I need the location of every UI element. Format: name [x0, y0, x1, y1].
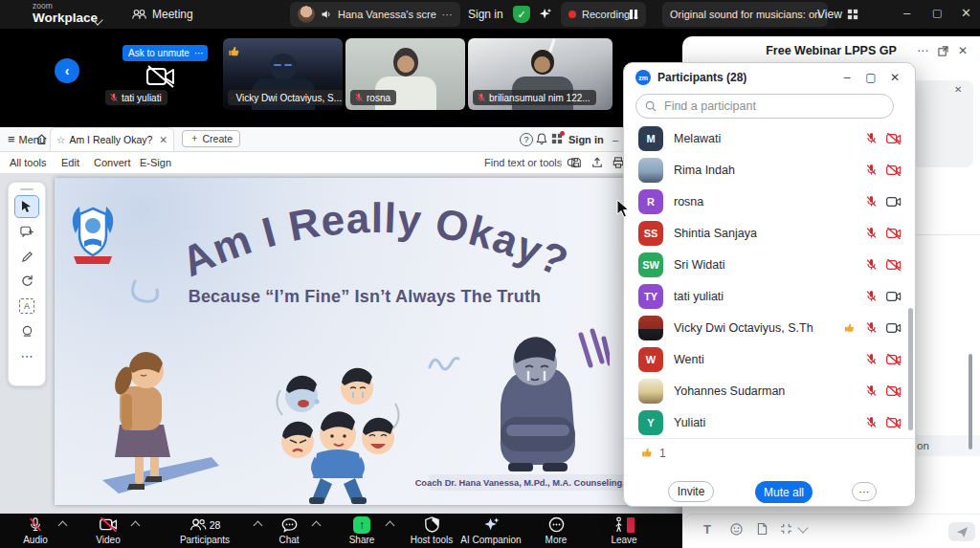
presentation-slide: Am I Really Okay? Because “I’m Fine” Isn…	[55, 178, 675, 505]
invite-button[interactable]: Invite	[668, 481, 714, 502]
more-tools[interactable]: ⋯	[14, 344, 39, 367]
participants-scrollbar[interactable]	[908, 308, 913, 430]
ai-companion-button[interactable]: AI Companion	[457, 515, 524, 545]
chevron-down-icon[interactable]	[799, 520, 807, 535]
share-upload-icon[interactable]	[591, 157, 603, 168]
close-button[interactable]: ✕	[961, 6, 971, 20]
chat-more-icon[interactable]: ⋯	[917, 44, 928, 57]
view-grid-icon	[847, 9, 858, 20]
mic-muted-icon	[865, 195, 878, 208]
security-shield-icon[interactable]: ✓	[513, 6, 530, 23]
help-icon[interactable]: ?	[520, 127, 533, 151]
acrobat-document-tab[interactable]: ☆ Am I Really Okay? Webi... ✕	[50, 127, 174, 151]
more-options-icon[interactable]: ⋯	[442, 9, 453, 21]
format-text-icon[interactable]: T	[703, 522, 711, 537]
convert-button[interactable]: Convert	[94, 152, 131, 173]
acrobat-minimize-icon[interactable]: –	[612, 127, 618, 151]
edit-button[interactable]: Edit	[61, 152, 79, 173]
attach-file-icon[interactable]	[757, 522, 768, 536]
emoji-icon[interactable]	[730, 523, 743, 536]
apps-grid-icon[interactable]	[551, 133, 563, 144]
notifications-bell-icon[interactable]	[536, 133, 547, 145]
redo-tool[interactable]	[14, 270, 39, 293]
mic-muted-icon	[865, 227, 878, 239]
add-comment-tool[interactable]	[14, 220, 39, 243]
panel-close-icon[interactable]: ✕	[886, 71, 903, 84]
avatar: TY	[638, 284, 663, 309]
draw-tool[interactable]	[14, 245, 39, 268]
mic-muted-icon	[109, 93, 119, 102]
share-button[interactable]: ↑ Share	[328, 515, 395, 545]
mic-muted-icon	[865, 290, 878, 302]
send-icon	[956, 526, 969, 538]
chevron-down-icon[interactable]	[94, 11, 101, 28]
video-button[interactable]: Video	[75, 515, 142, 545]
participant-row[interactable]: Vicky Dwi Octaviyus, S.Th	[624, 312, 915, 343]
participant-row[interactable]: Y Yuliati	[624, 406, 915, 438]
avatar: M	[638, 126, 663, 151]
participant-name: Vicky Dwi Octaviyus, S.Th	[674, 321, 843, 335]
edit-text-tool[interactable]: A	[14, 295, 39, 318]
send-message-button[interactable]	[948, 522, 975, 541]
camera-icon	[886, 385, 902, 397]
more-button[interactable]: More	[523, 515, 590, 545]
maximize-button[interactable]: ▢	[932, 7, 942, 19]
chat-close-icon[interactable]: ✕	[958, 44, 968, 57]
rail-drag-handle[interactable]	[20, 188, 33, 190]
original-sound-toggle[interactable]: Original sound for musicians: on	[662, 2, 828, 27]
participant-row[interactable]: M Melawati	[624, 122, 915, 154]
participant-row[interactable]: Yohannes Sudarman	[624, 375, 915, 406]
sign-in-link[interactable]: Sign in	[468, 0, 503, 29]
video-tile-brilian[interactable]: briliansumual nim 122...	[468, 38, 612, 110]
participants-button[interactable]: 28 Participants	[171, 515, 238, 545]
e-sign-button[interactable]: E-Sign	[140, 152, 171, 173]
find-text-button[interactable]: Find text or tools	[484, 152, 577, 173]
search-input[interactable]	[662, 99, 884, 114]
camera-off-icon	[145, 63, 177, 90]
all-tools-button[interactable]: All tools	[10, 152, 47, 173]
tile-more-button[interactable]: ⋯	[190, 45, 208, 61]
mic-muted-icon	[28, 516, 43, 533]
participant-row[interactable]: TY tati yuliati	[624, 280, 915, 312]
chat-button[interactable]: Chat	[256, 515, 323, 545]
leave-button[interactable]: Leave	[590, 515, 657, 545]
participant-row[interactable]: Rima Indah	[624, 154, 915, 186]
audio-button[interactable]: Audio	[2, 515, 69, 545]
create-button[interactable]: ＋ Create	[182, 130, 240, 147]
participant-search[interactable]	[635, 94, 894, 119]
participant-row[interactable]: R rosna	[624, 186, 915, 217]
participant-row[interactable]: SW Sri Widati	[624, 249, 915, 280]
participants-more-button[interactable]: ⋯	[852, 482, 877, 501]
video-tile-vicky[interactable]: Vicky Dwi Octaviyus, S...	[223, 38, 343, 110]
panel-maximize-icon[interactable]: ▢	[862, 71, 880, 84]
ai-sparkle-icon[interactable]	[539, 8, 552, 21]
close-tab-icon[interactable]: ✕	[159, 134, 167, 145]
tab-meeting[interactable]: Meeting	[132, 0, 193, 29]
share-screen-icon: ↑	[353, 516, 370, 534]
host-tools-button[interactable]: Host tools	[398, 515, 465, 545]
pause-recording-button[interactable]	[630, 10, 637, 19]
camera-icon	[886, 164, 902, 176]
screenshot-icon[interactable]	[780, 523, 792, 535]
recording-dot-icon	[568, 11, 576, 18]
view-button[interactable]: View	[817, 0, 858, 29]
participant-row[interactable]: W Wenti	[624, 343, 915, 375]
search-icon	[645, 100, 657, 112]
previous-videos-button[interactable]: ‹	[55, 58, 79, 83]
video-tile-tati[interactable]: Ask to unmute ⋯ tati yuliati	[100, 38, 220, 110]
ask-to-unmute-button[interactable]: Ask to unmute	[122, 45, 195, 61]
save-icon[interactable]	[570, 157, 582, 168]
pop-out-icon[interactable]	[938, 46, 948, 56]
chat-scrollbar[interactable]	[969, 354, 972, 449]
acrobat-sign-in-button[interactable]: Sign in	[568, 127, 604, 151]
card-close-icon[interactable]: ✕	[954, 84, 962, 95]
video-tile-rosna[interactable]: rosna	[345, 38, 465, 110]
mute-all-button[interactable]: Mute all	[755, 481, 813, 503]
select-tool[interactable]	[14, 195, 39, 218]
stamp-tool[interactable]	[14, 319, 39, 342]
panel-minimize-icon[interactable]: –	[838, 71, 856, 84]
home-icon[interactable]	[35, 133, 48, 145]
active-speaker-pill[interactable]: Hana Vanessa's scre ⋯	[290, 2, 460, 27]
participant-row[interactable]: SS Shintia Sanjaya	[624, 217, 915, 249]
minimize-button[interactable]: –	[903, 6, 910, 20]
